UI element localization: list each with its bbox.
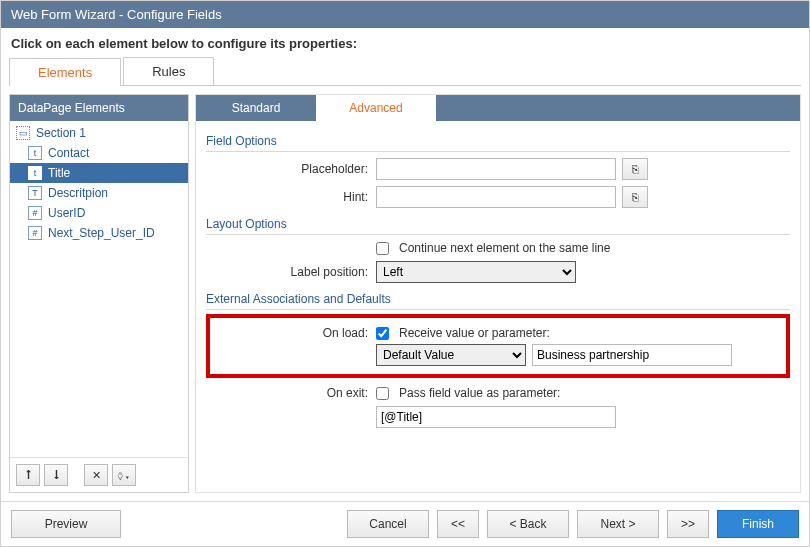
section-icon: ▭	[16, 126, 30, 140]
number-field-icon: #	[28, 206, 42, 220]
label-position-label: Label position:	[206, 265, 376, 279]
onexit-param-input[interactable]	[376, 406, 616, 428]
placeholder-label: Placeholder:	[206, 162, 376, 176]
cancel-button[interactable]: Cancel	[347, 510, 429, 538]
onexit-pass-checkbox[interactable]	[376, 387, 389, 400]
first-button[interactable]: <<	[437, 510, 479, 538]
onload-label: On load:	[216, 326, 376, 340]
instruction-text: Click on each element below to configure…	[1, 28, 809, 57]
tab-elements[interactable]: Elements	[9, 58, 121, 86]
back-button[interactable]: < Back	[487, 510, 569, 538]
left-panel: DataPage Elements ▭ Section 1 t Contact …	[9, 94, 189, 493]
continue-same-line-checkbox[interactable]	[376, 242, 389, 255]
section-external-assoc: External Associations and Defaults	[206, 289, 790, 310]
tab-advanced[interactable]: Advanced	[316, 95, 436, 121]
tree-item-description[interactable]: T Descritpion	[10, 183, 188, 203]
tree-label: Contact	[48, 146, 89, 160]
highlight-box: On load: Receive value or parameter: Def…	[206, 314, 790, 378]
insert-button[interactable]: ⎀▾	[112, 464, 136, 486]
right-panel: Standard Advanced Field Options Placehol…	[195, 94, 801, 493]
finish-button[interactable]: Finish	[717, 510, 799, 538]
onload-receive-checkbox[interactable]	[376, 327, 389, 340]
tree-toolbar: 🠕 🠗 ✕ ⎀▾	[10, 457, 188, 492]
onload-receive-label: Receive value or parameter:	[399, 326, 550, 340]
window-title: Web Form Wizard - Configure Fields	[1, 1, 809, 28]
delete-button[interactable]: ✕	[84, 464, 108, 486]
tree-item-userid[interactable]: # UserID	[10, 203, 188, 223]
element-tree: ▭ Section 1 t Contact t Title T Descritp…	[10, 121, 188, 457]
hint-input[interactable]	[376, 186, 616, 208]
move-down-button[interactable]: 🠗	[44, 464, 68, 486]
hint-param-button[interactable]: ⎘	[622, 186, 648, 208]
tree-label: Section 1	[36, 126, 86, 140]
onexit-label: On exit:	[206, 386, 376, 400]
right-tabs: Standard Advanced	[196, 95, 800, 121]
label-position-select[interactable]: Left	[376, 261, 576, 283]
tree-item-nextstepuserid[interactable]: # Next_Step_User_ID	[10, 223, 188, 243]
tab-rules[interactable]: Rules	[123, 57, 214, 85]
hint-label: Hint:	[206, 190, 376, 204]
top-tabs: Elements Rules	[9, 57, 801, 86]
left-panel-header: DataPage Elements	[10, 95, 188, 121]
number-field-icon: #	[28, 226, 42, 240]
footer: Preview Cancel << < Back Next > >> Finis…	[1, 501, 809, 546]
tree-item-contact[interactable]: t Contact	[10, 143, 188, 163]
tree-label: UserID	[48, 206, 85, 220]
tree-label: Next_Step_User_ID	[48, 226, 155, 240]
textarea-icon: T	[28, 186, 42, 200]
param-picker-icon: ⎘	[632, 163, 639, 175]
tree-item-section1[interactable]: ▭ Section 1	[10, 123, 188, 143]
onload-default-value-input[interactable]	[532, 344, 732, 366]
onexit-pass-label: Pass field value as parameter:	[399, 386, 560, 400]
tab-standard[interactable]: Standard	[196, 95, 316, 121]
tree-label: Title	[48, 166, 70, 180]
move-up-button[interactable]: 🠕	[16, 464, 40, 486]
tree-label: Descritpion	[48, 186, 108, 200]
preview-button[interactable]: Preview	[11, 510, 121, 538]
continue-same-line-label: Continue next element on the same line	[399, 241, 610, 255]
text-field-icon: t	[28, 166, 42, 180]
param-picker-icon: ⎘	[632, 191, 639, 203]
section-layout-options: Layout Options	[206, 214, 790, 235]
onload-source-select[interactable]: Default Value	[376, 344, 526, 366]
last-button[interactable]: >>	[667, 510, 709, 538]
section-field-options: Field Options	[206, 131, 790, 152]
placeholder-param-button[interactable]: ⎘	[622, 158, 648, 180]
next-button[interactable]: Next >	[577, 510, 659, 538]
text-field-icon: t	[28, 146, 42, 160]
advanced-panel: Field Options Placeholder: ⎘ Hint: ⎘ Lay…	[196, 121, 800, 492]
placeholder-input[interactable]	[376, 158, 616, 180]
tree-item-title[interactable]: t Title	[10, 163, 188, 183]
